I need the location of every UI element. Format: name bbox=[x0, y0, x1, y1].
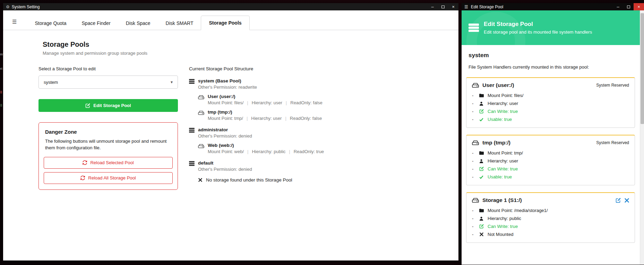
handler-property-row: -Can Write: true bbox=[472, 166, 629, 171]
handler-name: User (user:/) bbox=[482, 82, 514, 88]
reload-all-label: Reload All Storage Pool bbox=[88, 175, 136, 180]
tab-space-finder[interactable]: Space Finder bbox=[74, 16, 118, 30]
detail-readonly: ReadOnly: false bbox=[290, 100, 323, 105]
window-controls: – × bbox=[427, 3, 458, 10]
dash: - bbox=[472, 158, 478, 164]
pool-entry-system: system (Base Pool) Other's Permission: r… bbox=[189, 78, 324, 90]
handler-name: Storage 1 (S1:/) bbox=[482, 197, 522, 203]
edit-icon[interactable] bbox=[616, 198, 621, 203]
property-text: Not Mounted bbox=[488, 232, 513, 237]
system-setting-titlebar: ⚙ System Setting – × bbox=[3, 3, 458, 10]
maximize-icon bbox=[441, 6, 445, 8]
property-text: Hierarchy: user bbox=[488, 158, 518, 164]
hdd-icon bbox=[198, 111, 204, 121]
detail-hierarchy: Hierarchy: public bbox=[252, 149, 285, 154]
separator: | bbox=[289, 149, 290, 154]
check-icon bbox=[478, 117, 485, 122]
check-icon bbox=[478, 175, 485, 179]
dash: - bbox=[472, 101, 478, 106]
detail-hierarchy: Hierarchy: user bbox=[251, 116, 282, 121]
folder-icon bbox=[478, 209, 485, 212]
selected-pool-value: system bbox=[44, 80, 58, 85]
property-text: Hierarchy: public bbox=[488, 216, 521, 221]
storage-name: tmp (tmp:/) bbox=[208, 109, 322, 115]
cross-icon bbox=[198, 178, 202, 182]
detail-readonly: ReadOnly: false bbox=[290, 116, 322, 121]
detail-mount: Mount Point: tmp/ bbox=[208, 116, 243, 121]
danger-zone-title: Danger Zone bbox=[45, 129, 173, 135]
maximize-button[interactable] bbox=[438, 3, 448, 10]
remove-icon[interactable] bbox=[625, 198, 629, 203]
edit-icon bbox=[85, 103, 90, 108]
detail-mount: Mount Point: files/ bbox=[208, 100, 243, 105]
handler-property-row: -Hierarchy: user bbox=[472, 101, 629, 106]
dash: - bbox=[472, 93, 478, 98]
handler-actions bbox=[616, 198, 629, 203]
user-icon bbox=[478, 101, 485, 106]
property-text: Can Write: true bbox=[488, 109, 518, 114]
select-pool-label: Select a Storage Pool to edit bbox=[38, 66, 178, 71]
pool-permission: Other's Permission: readwrite bbox=[198, 85, 257, 90]
handler-name: tmp (tmp:/) bbox=[482, 140, 510, 146]
minimize-button[interactable]: – bbox=[427, 3, 438, 10]
dash: - bbox=[472, 109, 478, 114]
reload-icon bbox=[80, 176, 85, 180]
banner-subtitle: Edit storage pool and its mounted file s… bbox=[484, 29, 592, 35]
reload-selected-pool-button[interactable]: Reload Selected Pool bbox=[44, 157, 173, 169]
detail-hierarchy: Hierarchy: user bbox=[252, 100, 282, 105]
close-button[interactable]: × bbox=[634, 3, 644, 10]
reload-icon bbox=[83, 160, 87, 165]
storage-name: User (user:/) bbox=[208, 94, 323, 99]
property-text: Hierarchy: user bbox=[488, 101, 518, 106]
chevron-down-icon: ▾ bbox=[171, 80, 173, 85]
separator: | bbox=[247, 116, 248, 121]
hdd-icon bbox=[198, 95, 204, 105]
system-setting-window: ⚙ System Setting – × ☰ Storage Quota Spa… bbox=[3, 3, 458, 260]
separator: | bbox=[247, 100, 248, 105]
reload-all-pool-button[interactable]: Reload All Storage Pool bbox=[44, 172, 173, 184]
fsh-card-tmp: tmp (tmp:/) System Reserved -Mount Point… bbox=[466, 135, 635, 185]
storage-details: Mount Point: web/|Hierarchy: public|Read… bbox=[208, 149, 324, 154]
pool-name-heading: system bbox=[469, 52, 635, 59]
folder-icon bbox=[478, 94, 485, 97]
dash: - bbox=[472, 216, 478, 221]
hdd-icon bbox=[198, 144, 204, 154]
hdd-icon bbox=[472, 198, 479, 203]
page-subtitle: Manage system and permission group stora… bbox=[43, 51, 458, 56]
menu-icon[interactable]: ☰ bbox=[9, 19, 27, 30]
tab-storage-quota[interactable]: Storage Quota bbox=[27, 16, 74, 30]
storage-pool-select[interactable]: system ▾ bbox=[38, 76, 178, 89]
minimize-button[interactable]: – bbox=[613, 3, 623, 10]
danger-zone: Danger Zone The following buttons will u… bbox=[38, 122, 178, 190]
separator: | bbox=[247, 149, 248, 154]
handler-property-row: -Hierarchy: user bbox=[472, 158, 629, 164]
scrollbar[interactable] bbox=[640, 10, 644, 265]
hdd-icon bbox=[472, 140, 479, 145]
dash: - bbox=[472, 224, 478, 229]
edit-button-label: Edit Storage Pool bbox=[93, 103, 131, 108]
server-icon bbox=[189, 161, 195, 172]
menu-icon[interactable]: ☰ bbox=[464, 5, 468, 9]
property-text: Mount Point: /media/storage1/ bbox=[488, 208, 548, 213]
close-button[interactable]: × bbox=[448, 3, 458, 10]
pool-permission: Other's Permission: denied bbox=[198, 133, 252, 139]
handler-property-row: -Mount Point: tmp/ bbox=[472, 150, 629, 156]
property-text: Can Write: true bbox=[488, 224, 518, 229]
property-text: Mount Point: files/ bbox=[488, 93, 523, 98]
scrollbar-thumb[interactable] bbox=[641, 13, 644, 124]
tab-disk-space[interactable]: Disk Space bbox=[118, 16, 158, 30]
dash: - bbox=[472, 150, 478, 156]
folder-icon bbox=[478, 151, 485, 155]
edit-icon bbox=[478, 167, 485, 171]
system-reserved-badge: System Reserved bbox=[596, 140, 629, 145]
maximize-button[interactable] bbox=[623, 3, 634, 10]
pool-description: File System Handlers currently mounted i… bbox=[469, 64, 635, 70]
tab-storage-pools[interactable]: Storage Pools bbox=[201, 16, 249, 30]
dash: - bbox=[472, 166, 478, 171]
tab-disk-smart[interactable]: Disk SMART bbox=[158, 16, 201, 30]
handler-property-row: -Not Mounted bbox=[472, 232, 629, 237]
maximize-icon bbox=[627, 6, 630, 8]
empty-pool-text: No storage found under this Storage Pool bbox=[206, 177, 292, 183]
edit-storage-pool-button[interactable]: Edit Storage Pool bbox=[38, 99, 178, 112]
dash: - bbox=[472, 117, 478, 122]
